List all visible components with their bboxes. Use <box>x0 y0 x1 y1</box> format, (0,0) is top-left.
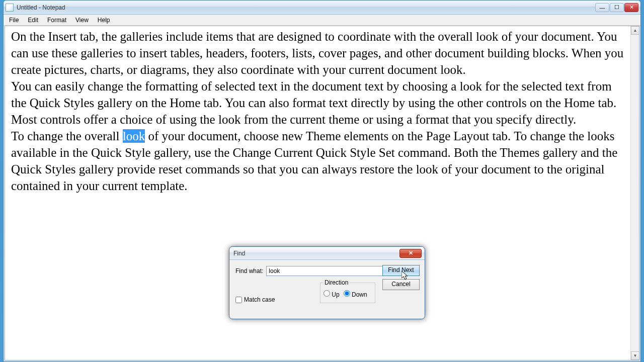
menubar: File Edit Format View Help <box>4 15 640 26</box>
direction-down-radio[interactable] <box>344 290 350 297</box>
scroll-down-button[interactable]: ▼ <box>631 351 639 360</box>
close-button[interactable]: ✕ <box>624 3 638 12</box>
menu-file[interactable]: File <box>5 16 23 25</box>
find-next-button[interactable]: Find Next <box>382 265 420 276</box>
direction-up-option[interactable]: Up <box>324 290 340 298</box>
menu-edit[interactable]: Edit <box>24 16 42 25</box>
titlebar[interactable]: Untitled - Notepad — ☐ ✕ <box>4 1 640 15</box>
scroll-up-button[interactable]: ▲ <box>631 26 639 35</box>
direction-group: Direction Up Down <box>320 279 375 303</box>
direction-label: Direction <box>324 279 349 286</box>
vertical-scrollbar[interactable]: ▲ ▼ <box>630 26 639 360</box>
direction-down-option[interactable]: Down <box>344 290 367 298</box>
match-case-label: Match case <box>244 296 275 303</box>
menu-view[interactable]: View <box>71 16 93 25</box>
minimize-button[interactable]: — <box>595 3 609 12</box>
paragraph-1: On the Insert tab, the galleries include… <box>11 30 623 76</box>
find-dialog-titlebar[interactable]: Find ✕ <box>229 247 425 260</box>
find-what-label: Find what: <box>235 267 263 275</box>
menu-format[interactable]: Format <box>43 16 70 25</box>
paragraph-3a: To change the overall <box>11 129 123 143</box>
maximize-button[interactable]: ☐ <box>610 3 624 12</box>
find-dialog: Find ✕ Find what: Find Next Cancel Direc… <box>229 246 425 319</box>
direction-up-radio[interactable] <box>324 290 330 297</box>
window-title: Untitled - Notepad <box>17 4 595 11</box>
find-dialog-title: Find <box>232 250 399 257</box>
highlighted-text: look <box>123 129 145 143</box>
cancel-button[interactable]: Cancel <box>382 279 420 290</box>
notepad-icon <box>6 4 14 12</box>
match-case-checkbox[interactable] <box>235 297 242 303</box>
paragraph-2: You can easily change the formatting of … <box>11 79 616 126</box>
menu-help[interactable]: Help <box>94 16 114 25</box>
find-dialog-close-button[interactable]: ✕ <box>399 249 422 258</box>
